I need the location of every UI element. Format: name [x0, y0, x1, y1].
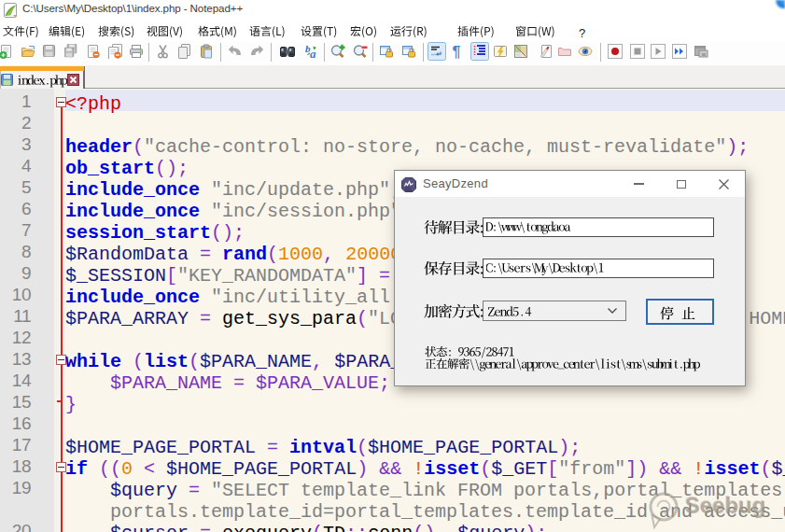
svg-text:¶: ¶	[453, 44, 461, 59]
svg-text:Seebug: Seebug	[684, 492, 765, 517]
svg-text:a: a	[310, 47, 316, 59]
